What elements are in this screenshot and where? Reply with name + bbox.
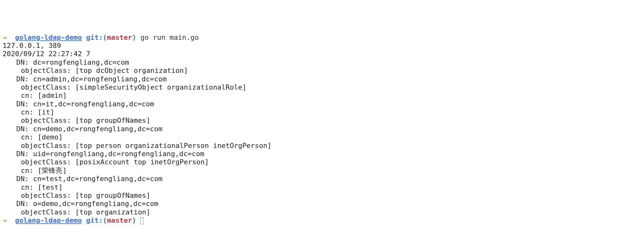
git-branch: master — [107, 33, 132, 41]
ldap-dn: DN: cn=admin,dc=rongfengliang,dc=com — [3, 75, 641, 83]
ldap-attr: objectClass: [top dcObject organization] — [3, 67, 641, 75]
prompt-line: → golang-ldap-demo git:(master) — [3, 216, 641, 225]
prompt-line: → golang-ldap-demo git:(master) go run m… — [3, 33, 641, 42]
ldap-attr: objectClass: [posixAccount top inetOrgPe… — [3, 158, 641, 166]
ldap-attr: cn: [demo] — [3, 133, 641, 141]
ldap-attr: objectClass: [top person organizationalP… — [3, 142, 641, 150]
paren-open: ( — [103, 216, 107, 224]
arrow-icon: → — [3, 216, 7, 224]
arrow-icon: → — [3, 33, 7, 41]
git-branch: master — [107, 216, 132, 224]
ldap-attr: cn: [admin] — [3, 91, 641, 100]
ldap-dn: DN: cn=it,dc=rongfengliang,dc=com — [3, 100, 641, 108]
output-line: 127.0.0.1, 389 — [3, 42, 641, 50]
cwd: golang-ldap-demo — [15, 33, 82, 41]
terminal-output[interactable]: → golang-ldap-demo git:(master) go run m… — [3, 33, 641, 225]
git-label: git: — [86, 216, 103, 224]
ldap-dn: DN: uid=rongfengliang,dc=rongfengliang,d… — [3, 150, 641, 158]
ldap-attr: objectClass: [top organization] — [3, 208, 641, 216]
ldap-dn: DN: cn=demo,dc=rongfengliang,dc=com — [3, 125, 641, 133]
git-label: git: — [86, 33, 103, 41]
ldap-attr: cn: [it] — [3, 108, 641, 116]
ldap-attr: objectClass: [top groupOfNames] — [3, 116, 641, 125]
command: go run main.go — [136, 33, 199, 41]
ldap-dn: DN: cn=test,dc=rongfengliang,dc=com — [3, 175, 641, 183]
cursor-icon[interactable] — [140, 217, 144, 224]
paren-close: ) — [132, 216, 136, 224]
ldap-attr: objectClass: [simpleSecurityObject organ… — [3, 83, 641, 91]
paren-open: ( — [103, 33, 107, 41]
ldap-attr: objectClass: [top groupOfNames] — [3, 191, 641, 200]
paren-close: ) — [132, 33, 136, 41]
ldap-dn: DN: dc=rongfengliang,dc=com — [3, 58, 641, 67]
ldap-attr: cn: [荣锋亮] — [3, 167, 641, 175]
output-line: 2020/09/12 22:27:42 7 — [3, 50, 641, 58]
ldap-dn: DN: o=demo,dc=rongfengliang,dc=com — [3, 200, 641, 208]
ldap-attr: cn: [test] — [3, 183, 641, 191]
cwd: golang-ldap-demo — [15, 216, 82, 224]
